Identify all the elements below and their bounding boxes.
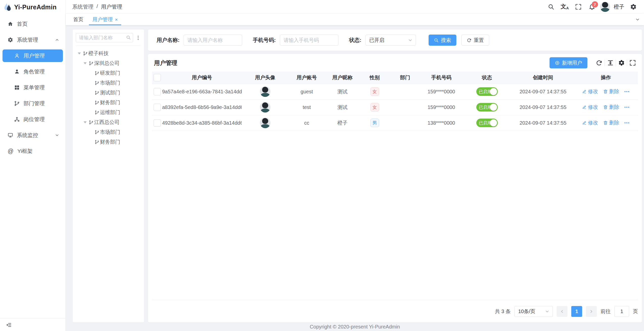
- add-user-button[interactable]: 新增用户: [550, 57, 587, 68]
- table-row[interactable]: 9a57a4e8-e196-663a-7841-3a14dd60f4ca gue…: [152, 84, 638, 99]
- caret-down-icon[interactable]: [84, 121, 89, 123]
- home-icon: [8, 21, 13, 27]
- fold-sidebar-icon[interactable]: [6, 322, 12, 328]
- delete-button[interactable]: 删除: [603, 88, 619, 95]
- more-actions-button[interactable]: •••: [624, 105, 630, 109]
- refresh-table-button[interactable]: [593, 60, 605, 66]
- status-toggle[interactable]: 已启用: [476, 119, 498, 127]
- sidebar-item-posts[interactable]: 岗位管理: [0, 113, 65, 126]
- phone-input[interactable]: [280, 35, 338, 46]
- translate-icon: 文A: [561, 4, 569, 10]
- tree-node[interactable]: 财务部门: [76, 98, 141, 107]
- next-page-button[interactable]: [586, 306, 597, 317]
- status-toggle[interactable]: 已启用: [476, 87, 498, 96]
- edit-button[interactable]: 修改: [582, 88, 598, 95]
- tree-node[interactable]: 测试部门: [76, 88, 141, 98]
- density-button[interactable]: [605, 60, 616, 66]
- status-toggle[interactable]: 已启用: [476, 103, 498, 112]
- row-checkbox[interactable]: [154, 119, 161, 127]
- kebab-icon: [135, 35, 141, 41]
- sidebar-item-users[interactable]: 用户管理: [3, 49, 63, 62]
- status-select[interactable]: 已开启: [365, 35, 416, 46]
- settings-button[interactable]: [628, 1, 639, 12]
- tree-node[interactable]: 江西总公司: [76, 117, 141, 127]
- sidebar-item-system[interactable]: 系统管理: [0, 34, 65, 46]
- sidebar-item-home[interactable]: 首页: [0, 18, 65, 30]
- user-id-cell: 4928be8d-3c34-a385-86bf-3a14dd60f4c6: [162, 115, 242, 131]
- reset-button[interactable]: 重置: [461, 35, 489, 46]
- branch-icon: [95, 100, 99, 105]
- caret-down-icon[interactable]: [84, 62, 89, 64]
- select-all-checkbox[interactable]: [154, 74, 161, 81]
- delete-action-label: 删除: [609, 88, 619, 95]
- tab-options-button[interactable]: [631, 14, 644, 25]
- breadcrumb-separator: /: [96, 3, 98, 10]
- sidebar-item-label: 部门管理: [23, 100, 45, 107]
- more-actions-button[interactable]: •••: [624, 121, 630, 125]
- sidebar-item-monitor[interactable]: 系统监控: [0, 129, 65, 142]
- department-search-input[interactable]: [76, 33, 133, 42]
- tree-node[interactable]: 市场部门: [76, 127, 141, 137]
- notifications-button[interactable]: 7: [586, 1, 598, 12]
- translate-button[interactable]: 文A: [559, 1, 570, 12]
- prev-page-button[interactable]: [557, 306, 567, 317]
- branch-icon: [83, 51, 88, 56]
- fullscreen-icon: [575, 4, 582, 10]
- delete-button[interactable]: 删除: [603, 119, 619, 126]
- tree-node[interactable]: 橙子科技: [76, 48, 141, 58]
- table-fullscreen-button[interactable]: [627, 60, 638, 66]
- more-options-icon[interactable]: [135, 35, 141, 41]
- breadcrumb-parent[interactable]: 系统管理: [72, 3, 93, 10]
- tree-node[interactable]: 研发部门: [76, 68, 141, 78]
- fullscreen-button[interactable]: [573, 1, 584, 12]
- toggle-knob: [490, 119, 497, 126]
- user-avatar[interactable]: [600, 2, 610, 12]
- column-settings-button[interactable]: [616, 60, 627, 66]
- gear-icon: [8, 37, 13, 43]
- delete-action-label: 删除: [609, 104, 619, 111]
- tree-node[interactable]: 深圳总公司: [76, 58, 141, 68]
- close-icon[interactable]: ×: [115, 17, 118, 22]
- menu-grid-icon: [14, 85, 20, 90]
- search-icon: [126, 35, 131, 40]
- delete-button[interactable]: 删除: [603, 104, 619, 111]
- username-input[interactable]: [184, 35, 242, 46]
- tabbar: 首页 用户管理 ×: [66, 13, 644, 25]
- more-actions-button[interactable]: •••: [624, 89, 630, 94]
- page-size-select[interactable]: 10条/页: [514, 306, 553, 317]
- row-checkbox[interactable]: [154, 104, 161, 111]
- col-account: 用户账号: [289, 72, 325, 84]
- gender-tag: 女: [370, 103, 379, 112]
- edit-button[interactable]: 修改: [582, 104, 598, 111]
- sidebar-item-label: 角色管理: [23, 68, 45, 75]
- edit-action-label: 修改: [588, 119, 598, 126]
- sidebar-item-menus[interactable]: 菜单管理: [0, 81, 65, 94]
- tree-node-label: 橙子科技: [88, 50, 109, 57]
- tab-user-management[interactable]: 用户管理 ×: [88, 14, 122, 25]
- edit-icon: [582, 89, 587, 94]
- tree-node[interactable]: 市场部门: [76, 78, 141, 88]
- search-button[interactable]: [546, 1, 557, 12]
- logo-row[interactable]: Yi-PureAdmin: [0, 0, 65, 14]
- tab-home[interactable]: 首页: [69, 14, 88, 25]
- user-table-card: 用户管理 新增用户: [148, 54, 642, 322]
- chevron-up-icon: [55, 38, 59, 42]
- caret-down-icon[interactable]: [78, 52, 83, 54]
- sidebar-item-departments[interactable]: 部门管理: [0, 97, 65, 110]
- row-checkbox[interactable]: [154, 88, 161, 95]
- sidebar-item-roles[interactable]: 角色管理: [0, 65, 65, 78]
- branch-icon: [95, 110, 99, 115]
- department-search-row: [76, 33, 141, 46]
- table-row[interactable]: a8392efa-5ed8-6b56-9a9e-3a14dd60f4c8 tes…: [152, 99, 638, 115]
- branch-icon: [89, 61, 93, 66]
- tree-node[interactable]: 财务部门: [76, 137, 141, 147]
- tree-node[interactable]: 运维部门: [76, 107, 141, 117]
- user-icon: [14, 53, 20, 59]
- page-1-button[interactable]: 1: [571, 306, 582, 317]
- branch-icon: [89, 120, 93, 125]
- edit-button[interactable]: 修改: [582, 119, 598, 126]
- search-submit-button[interactable]: 搜索: [429, 35, 456, 46]
- table-row[interactable]: 4928be8d-3c34-a385-86bf-3a14dd60f4c6 cc …: [152, 115, 638, 131]
- sidebar-item-framework[interactable]: @ Yi框架: [0, 145, 65, 157]
- goto-page-input[interactable]: [614, 306, 629, 317]
